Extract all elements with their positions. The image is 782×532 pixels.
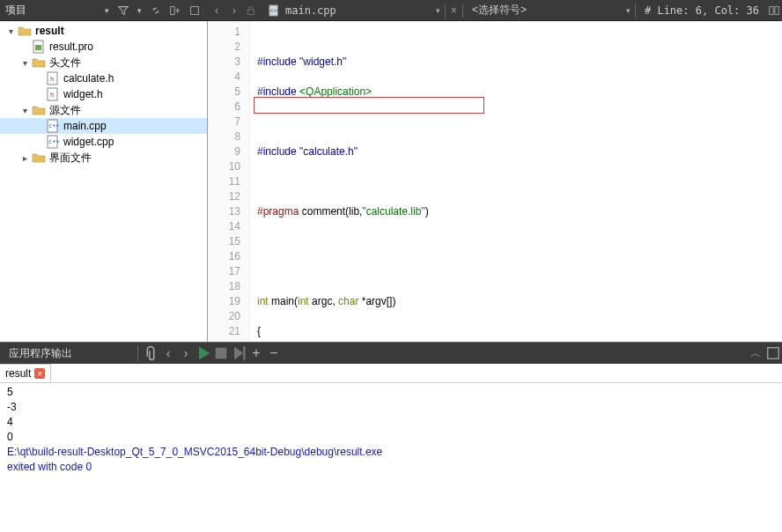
line-gutter: 1 2 3 4 5 6 7 8 9 10 11 12 13 14 15 16 1…	[208, 21, 250, 342]
tree-label: 头文件	[48, 55, 81, 70]
tree-item-pro[interactable]: result.pro	[0, 39, 207, 55]
h-file-icon: h	[46, 71, 60, 85]
expand-up-icon[interactable]: ︿	[747, 344, 764, 362]
svg-rect-0	[171, 6, 174, 14]
expand-arrow-icon[interactable]: ▾	[19, 106, 30, 115]
project-tree-panel: ▾ result result.pro ▾ 头文件 h calculate.h	[0, 21, 208, 342]
symbol-selector[interactable]: <选择符号>	[465, 3, 534, 18]
filter-dropdown-icon[interactable]: ▾	[135, 6, 144, 15]
tree-label: result	[33, 25, 64, 37]
link-icon[interactable]	[148, 3, 164, 18]
symbol-dropdown-icon[interactable]: ▾	[623, 6, 633, 15]
filter-icon[interactable]	[115, 3, 131, 18]
cursor-position: # Line: 6, Col: 36	[638, 4, 766, 17]
output-panel: 应用程序输出 ‹ › + − ︿ result × 5 -3 4 0 E:\qt…	[0, 342, 782, 532]
output-next-icon[interactable]: ›	[177, 344, 195, 362]
folder-icon	[32, 55, 46, 70]
tree-item-widget-h[interactable]: h widget.h	[0, 86, 207, 102]
main-area: 1 2 3 4 5 6 7 8 9 10 11 12 13 14 15 16 1…	[208, 21, 782, 342]
tree-item-main-cpp[interactable]: c++ main.cpp	[0, 118, 207, 134]
tree-item-widget-cpp[interactable]: c++ widget.cpp	[0, 134, 207, 150]
qt-pro-icon	[32, 40, 46, 54]
editor-tab-bar: ‹ › c++ main.cpp ▾ × <选择符号> ▾ # Line: 6,…	[208, 0, 782, 21]
svg-rect-6	[775, 6, 778, 14]
output-tab-result[interactable]: result ×	[0, 364, 51, 382]
tree-label: main.cpp	[62, 120, 107, 132]
folder-icon	[32, 151, 46, 165]
run-icon[interactable]	[195, 344, 212, 362]
project-dropdown-icon[interactable]: ▾	[102, 6, 112, 15]
attach-icon[interactable]	[142, 344, 159, 362]
close-output-tab-icon[interactable]: ×	[34, 368, 45, 379]
folder-icon	[18, 24, 32, 38]
project-tree[interactable]: ▾ result result.pro ▾ 头文件 h calculate.h	[0, 21, 207, 342]
output-header: 应用程序输出 ‹ › + − ︿	[0, 343, 782, 364]
tree-folder-headers[interactable]: ▾ 头文件	[0, 55, 207, 70]
cpp-file-icon: c++	[46, 135, 60, 149]
add-split-icon[interactable]	[167, 3, 183, 18]
expand-arrow-icon[interactable]: ▾	[19, 58, 30, 68]
svg-text:c++: c++	[270, 6, 280, 12]
output-prev-icon[interactable]: ‹	[159, 344, 177, 362]
collapse-panel-icon[interactable]	[764, 344, 782, 362]
stop-icon[interactable]	[212, 344, 230, 362]
svg-rect-5	[770, 6, 773, 14]
close-tab-icon[interactable]: ×	[447, 4, 461, 17]
svg-text:c++: c++	[48, 138, 60, 145]
lock-icon[interactable]	[243, 3, 259, 18]
h-file-icon: h	[46, 87, 60, 101]
output-tab-label: result	[5, 367, 31, 380]
svg-text:h: h	[50, 76, 54, 83]
nav-forward-icon[interactable]: ›	[225, 4, 243, 17]
nav-back-icon[interactable]: ‹	[208, 4, 225, 17]
svg-rect-8	[35, 45, 41, 50]
tree-item-calculate-h[interactable]: h calculate.h	[0, 70, 207, 86]
output-tabs: result ×	[0, 364, 782, 383]
svg-text:c++: c++	[48, 122, 60, 129]
svg-rect-2	[248, 10, 255, 14]
rerun-icon[interactable]	[230, 344, 247, 362]
plus-icon[interactable]: +	[247, 344, 265, 362]
output-body[interactable]: 5 -3 4 0 E:\qt\build-result-Desktop_Qt_5…	[0, 383, 782, 532]
tree-label: widget.h	[62, 88, 103, 100]
tree-label: 源文件	[48, 103, 81, 118]
tree-folder-forms[interactable]: ▸ 界面文件	[0, 150, 207, 166]
folder-icon	[32, 103, 46, 117]
split-editor-icon[interactable]	[766, 3, 782, 18]
expand-arrow-icon[interactable]: ▸	[19, 153, 30, 163]
tree-root-result[interactable]: ▾ result	[0, 23, 207, 39]
project-panel-title: 项目	[5, 3, 26, 18]
tree-label: 界面文件	[48, 151, 92, 166]
pragma-highlight-box	[254, 97, 484, 114]
expand-arrow-icon[interactable]: ▾	[5, 26, 16, 36]
tree-label: result.pro	[48, 41, 93, 53]
svg-rect-18	[243, 347, 246, 360]
cpp-file-icon: c++	[266, 3, 282, 18]
code-body[interactable]: #include "widget.h" #include <QApplicati…	[250, 21, 782, 342]
project-panel-header: 项目 ▾ ▾	[0, 0, 208, 21]
tree-label: widget.cpp	[62, 136, 114, 148]
svg-text:h: h	[50, 92, 54, 99]
minus-icon[interactable]: −	[265, 344, 283, 362]
tree-label: calculate.h	[62, 72, 114, 85]
svg-rect-19	[768, 348, 779, 359]
file-tab-main-cpp[interactable]: c++ main.cpp	[259, 0, 343, 21]
svg-rect-1	[191, 6, 199, 14]
file-dropdown-icon[interactable]: ▾	[433, 6, 443, 15]
file-tab-label: main.cpp	[285, 4, 336, 17]
collapse-icon[interactable]	[187, 3, 203, 18]
cpp-file-icon: c++	[46, 119, 60, 133]
output-title: 应用程序输出	[0, 346, 81, 361]
code-editor[interactable]: 1 2 3 4 5 6 7 8 9 10 11 12 13 14 15 16 1…	[208, 21, 782, 342]
tree-folder-sources[interactable]: ▾ 源文件	[0, 102, 207, 118]
svg-rect-17	[216, 348, 227, 359]
